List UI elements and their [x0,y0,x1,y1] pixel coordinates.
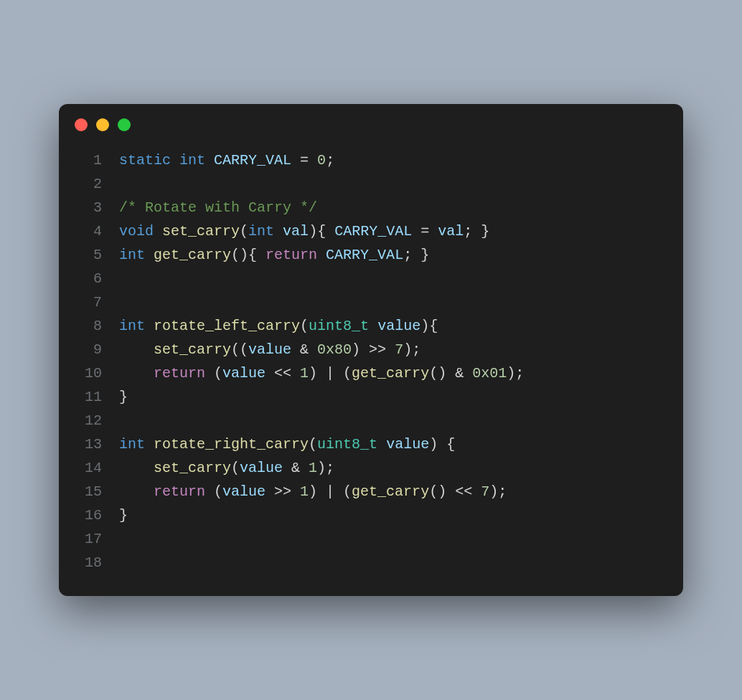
token-punc: ) | ( [309,483,352,500]
maximize-icon[interactable] [118,118,131,131]
token-punc: ); [403,341,421,358]
token-punc: ( [231,460,240,476]
token-punc [119,460,154,476]
token-cmt: /* Rotate with Carry */ [119,199,317,216]
token-punc: ); [317,460,334,476]
token-var: value [386,436,429,453]
token-var: val [438,223,464,240]
token-punc: ) { [429,436,455,453]
code-line: 10 return (value << 1) | (get_carry() & … [73,361,669,385]
token-punc [205,152,214,169]
token-kw: int [119,436,145,453]
token-fn: rotate_left_carry [154,318,300,334]
code-line: 16} [73,503,669,527]
token-var: value [377,318,421,334]
token-ret: return [266,247,317,263]
code-content: return (value >> 1) | (get_carry() << 7)… [119,480,507,503]
code-line: 13int rotate_right_carry(uint8_t value) … [73,432,669,456]
code-editor[interactable]: 1static int CARRY_VAL = 0;23/* Rotate wi… [59,138,683,574]
token-punc: (( [231,341,248,358]
token-punc: (){ [231,247,266,263]
token-var: value [248,341,291,358]
line-number: 7 [73,290,102,314]
line-number: 6 [73,267,102,290]
code-line: 15 return (value >> 1) | (get_carry() <<… [73,480,669,503]
line-number: 12 [73,409,102,432]
line-number: 18 [73,551,102,574]
token-punc [145,318,154,334]
token-num: 0x01 [472,365,507,382]
code-content: /* Rotate with Carry */ [119,196,317,219]
code-line: 9 set_carry((value & 0x80) >> 7); [73,338,669,361]
line-number: 2 [73,172,102,196]
code-line: 3/* Rotate with Carry */ [73,196,669,219]
code-line: 8int rotate_left_carry(uint8_t value){ [73,314,669,338]
line-number: 14 [73,456,102,480]
token-kw: static [119,152,171,169]
token-punc: ; [326,152,334,169]
code-line: 12 [73,409,669,432]
line-number: 3 [73,196,102,219]
token-punc: ( [309,436,317,453]
token-punc: ){ [421,318,438,334]
token-punc: ) >> [352,341,395,358]
line-number: 4 [73,219,102,243]
token-punc: ( [205,483,222,500]
token-kw: void [119,223,154,240]
line-number: 16 [73,503,102,527]
token-var: val [283,223,309,240]
token-fn: set_carry [162,223,240,240]
token-kw: int [179,152,205,169]
token-punc: ) | ( [309,365,352,382]
code-line: 6 [73,267,669,290]
code-content: } [119,503,128,527]
token-punc: } [119,507,128,524]
code-content: int rotate_left_carry(uint8_t value){ [119,314,438,338]
line-number: 5 [73,243,102,267]
code-line: 5int get_carry(){ return CARRY_VAL; } [73,243,669,267]
token-punc: } [119,389,128,405]
token-num: 1 [300,365,309,382]
token-punc [119,483,154,500]
line-number: 11 [73,385,102,409]
token-type: uint8_t [317,436,377,453]
code-line: 11} [73,385,669,409]
token-var: value [222,365,266,382]
token-var: CARRY_VAL [334,223,412,240]
token-punc: ; } [464,223,489,240]
code-content: set_carry((value & 0x80) >> 7); [119,338,421,361]
token-punc: ); [489,483,507,500]
token-punc: () << [429,483,481,500]
close-icon[interactable] [75,118,88,131]
token-punc [377,436,386,453]
token-var: value [240,460,283,476]
code-content: void set_carry(int val){ CARRY_VAL = val… [119,219,489,243]
code-line: 18 [73,551,669,574]
token-var: CARRY_VAL [326,247,403,263]
token-kw: int [248,223,274,240]
token-fn: rotate_right_carry [154,436,309,453]
token-punc: () & [429,365,472,382]
code-content: return (value << 1) | (get_carry() & 0x0… [119,361,524,385]
token-num: 0 [317,152,326,169]
token-punc: = [412,223,438,240]
token-punc: ( [205,365,222,382]
token-punc [154,223,162,240]
code-content: set_carry(value & 1); [119,456,334,480]
window-titlebar [59,104,683,138]
code-line: 7 [73,290,669,314]
code-line: 14 set_carry(value & 1); [73,456,669,480]
token-var: value [222,483,266,500]
token-punc: & [283,460,309,476]
token-num: 1 [300,483,309,500]
code-content: int get_carry(){ return CARRY_VAL; } [119,243,429,267]
token-num: 7 [395,341,403,358]
token-punc: & [291,341,317,358]
code-line: 1static int CARRY_VAL = 0; [73,148,669,172]
token-punc: ){ [309,223,334,240]
token-punc [145,247,154,263]
token-punc: ( [240,223,248,240]
minimize-icon[interactable] [96,118,109,131]
token-punc [145,436,154,453]
token-punc: ); [507,365,524,382]
